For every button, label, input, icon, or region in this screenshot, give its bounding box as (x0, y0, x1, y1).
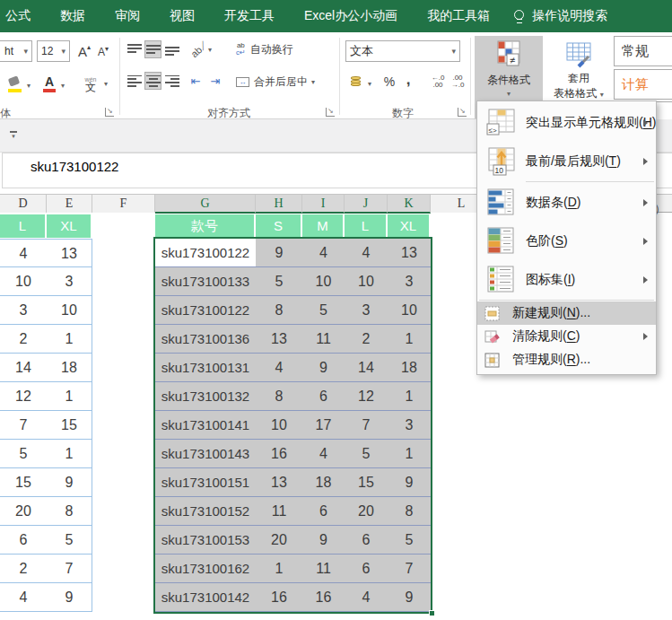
cell-style-normal[interactable]: 常规 (614, 36, 672, 66)
column-header-F[interactable]: F (92, 195, 155, 213)
right-table-header-4[interactable]: XL (388, 214, 429, 238)
tab-excel-animation-addin[interactable]: Excel办公小动画 (304, 8, 397, 24)
column-header-D[interactable]: D (0, 195, 47, 213)
right-table-cell[interactable]: 9 (388, 468, 432, 497)
right-table-cell[interactable]: sku173100136 (155, 325, 257, 354)
align-center-button[interactable] (144, 72, 161, 90)
font-dialog-launcher-icon[interactable]: ↘ (105, 108, 114, 117)
right-table-cell[interactable]: sku173100141 (155, 411, 257, 440)
left-table-cell[interactable]: 1 (47, 382, 92, 411)
right-table-cell[interactable]: 18 (302, 468, 345, 497)
merge-center-button[interactable]: ↔ 合并后居中 ▾ (236, 72, 336, 92)
right-table-cell[interactable]: sku173100142 (155, 583, 257, 612)
increase-indent-button[interactable]: ⇥ (207, 72, 223, 90)
orientation-button[interactable]: ab⟋ ▾ (188, 39, 214, 59)
align-left-button[interactable] (126, 72, 143, 90)
left-table-cell[interactable]: 7 (47, 555, 92, 583)
cell-style-calculation[interactable]: 计算 (614, 69, 672, 100)
right-table-cell[interactable]: 4 (345, 583, 388, 612)
menu-item-highlight-cells-rules[interactable]: ≤>突出显示单元格规则(H) (477, 103, 656, 142)
right-table-cell[interactable]: sku173100132 (155, 382, 257, 411)
right-table-cell[interactable]: 13 (256, 325, 303, 354)
tab-view[interactable]: 视图 (170, 8, 195, 24)
right-table-cell[interactable]: 3 (388, 267, 432, 296)
left-table-cell[interactable]: 3 (0, 296, 48, 325)
right-table-cell[interactable]: 6 (302, 497, 345, 526)
grow-font-button[interactable]: A▴ (75, 41, 93, 61)
fill-color-button[interactable] (4, 74, 25, 95)
wrap-text-button[interactable]: abc↵ 自动换行 (236, 39, 335, 59)
left-table-cell[interactable]: 4 (0, 583, 48, 612)
right-table-cell[interactable]: 10 (302, 267, 345, 296)
tab-review[interactable]: 审阅 (115, 8, 140, 24)
right-table-cell[interactable]: 4 (302, 239, 345, 267)
left-table-cell[interactable]: 10 (0, 267, 48, 296)
right-table-cell[interactable]: sku173100162 (155, 555, 257, 583)
right-table-cell[interactable]: 12 (345, 382, 388, 411)
align-middle-button[interactable] (144, 40, 161, 58)
tab-developer[interactable]: 开发工具 (224, 8, 275, 24)
right-table-cell[interactable]: 4 (256, 354, 303, 382)
align-top-button[interactable] (126, 40, 143, 58)
left-table-cell[interactable]: 20 (0, 497, 48, 526)
right-table-cell[interactable]: 16 (302, 583, 345, 612)
right-table-cell[interactable]: 6 (302, 382, 345, 411)
left-table-cell[interactable]: 1 (47, 325, 92, 354)
left-table-cell[interactable]: 4 (0, 239, 48, 267)
right-table-cell[interactable]: 3 (345, 296, 388, 325)
right-table-cell[interactable]: 20 (345, 497, 388, 526)
menu-item-color-scales[interactable]: 色阶(S) (477, 222, 656, 260)
menu-item-data-bars[interactable]: 数据条(D) (477, 183, 656, 222)
right-table-cell[interactable]: 5 (388, 526, 432, 555)
right-table-cell[interactable]: sku173100153 (155, 526, 257, 555)
right-table-cell[interactable]: sku173100133 (155, 267, 257, 296)
right-table-cell[interactable]: 9 (388, 583, 432, 612)
left-table-cell[interactable]: 2 (0, 325, 48, 354)
tab-formulas[interactable]: 公式 (5, 8, 31, 24)
right-table-cell[interactable]: 8 (256, 296, 303, 325)
menu-item-clear-rules[interactable]: 清除规则(C) (477, 325, 656, 348)
right-table-cell[interactable]: 9 (256, 239, 303, 267)
increase-decimal-button[interactable]: ←.0.00 (428, 72, 448, 92)
column-header-H[interactable]: H (256, 195, 302, 214)
phonetic-dropdown[interactable]: ▾ (104, 80, 108, 88)
column-header-K[interactable]: K (388, 195, 431, 214)
right-table-cell[interactable]: 5 (302, 296, 345, 325)
phonetic-guide-button[interactable]: wén 文 (79, 70, 102, 97)
quick-access-toolbar-icon[interactable]: ▾ (9, 131, 18, 138)
column-header-J[interactable]: J (345, 195, 388, 214)
right-table-cell[interactable]: 3 (388, 411, 432, 440)
right-table-cell[interactable]: 1 (388, 382, 432, 411)
right-table-cell[interactable]: 7 (345, 411, 388, 440)
left-table-cell[interactable]: 15 (47, 411, 92, 440)
left-table-header-L[interactable]: L (0, 214, 45, 238)
comma-style-button[interactable]: , (402, 70, 415, 90)
right-table-cell[interactable]: 17 (302, 411, 345, 440)
left-table-cell[interactable]: 7 (0, 411, 48, 440)
right-table-cell[interactable]: sku173100143 (155, 440, 257, 468)
shrink-font-button[interactable]: A▾ (94, 43, 112, 61)
left-table-cell[interactable]: 18 (47, 354, 92, 382)
left-table-cell[interactable]: 15 (0, 468, 48, 497)
menu-item-icon-sets[interactable]: 图标集(I) (477, 260, 656, 299)
right-table-cell[interactable]: 8 (256, 382, 303, 411)
left-table-cell[interactable]: 9 (47, 468, 92, 497)
right-table-cell[interactable]: 13 (388, 239, 432, 267)
tab-data[interactable]: 数据 (60, 8, 85, 24)
right-table-cell[interactable]: sku173100131 (155, 354, 257, 382)
align-right-button[interactable] (163, 72, 180, 90)
right-table-cell[interactable]: 6 (345, 555, 388, 583)
left-table-cell[interactable]: 3 (47, 267, 92, 296)
right-table-cell[interactable]: 4 (345, 239, 388, 267)
number-dialog-launcher-icon[interactable]: ↘ (458, 108, 467, 117)
right-table-cell[interactable]: 11 (256, 497, 303, 526)
right-table-cell[interactable]: sku173100152 (155, 497, 257, 526)
right-table-header-0[interactable]: 款号 (155, 214, 254, 238)
right-table-cell[interactable]: 4 (302, 440, 345, 468)
alignment-dialog-launcher-icon[interactable]: ↘ (326, 108, 335, 117)
align-bottom-button[interactable] (163, 40, 180, 58)
right-table-cell[interactable]: 1 (388, 325, 432, 354)
right-table-cell[interactable]: 6 (345, 526, 388, 555)
menu-item-new-rule[interactable]: 新建规则(N)... (477, 301, 656, 325)
right-table-header-3[interactable]: L (345, 214, 386, 238)
